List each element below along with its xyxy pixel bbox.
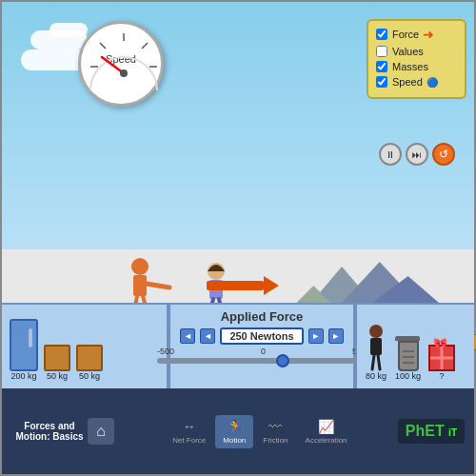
force-decrease-small-button[interactable]: ◄ (200, 328, 215, 344)
person-figure-svg[interactable] (365, 324, 387, 371)
person-mass-label: 80 kg (366, 371, 387, 381)
slider-labels: -500 0 500 (157, 347, 367, 356)
svg-point-20 (369, 325, 383, 338)
slider-zero-label: 0 (261, 347, 266, 356)
force-control-row: Force ➜ (376, 27, 457, 42)
force-label: Force (392, 29, 419, 40)
net-force-icon: ↔ (183, 419, 196, 434)
force-increase-large-button[interactable]: ► (328, 328, 344, 344)
box2-item[interactable]: 50 kg (76, 345, 103, 381)
force-slider-container: -500 0 500 (157, 347, 367, 364)
speed-ctrl-label: Speed (392, 76, 423, 88)
step-button[interactable]: ⏭ (406, 143, 428, 166)
person-item[interactable]: 80 kg (365, 324, 387, 381)
nav-title: Forces and Motion: Basics (11, 421, 88, 442)
speedometer: Speed (78, 21, 164, 107)
gift-label: ? (440, 371, 445, 381)
force-controls-panel: Applied Force ◄ ◄ 250 Newtons ► ► -500 0… (169, 303, 355, 388)
values-label: Values (392, 46, 424, 57)
app-container: Speed Force ➜ Values Masses (0, 0, 476, 476)
fridge-mass-label: 200 kg (10, 371, 36, 381)
home-button[interactable]: ⌂ (88, 418, 114, 445)
fridge-item[interactable]: 200 kg (10, 319, 38, 381)
tab-friction-label: Friction (263, 436, 288, 445)
force-checkbox[interactable] (376, 29, 387, 40)
trash-mass-label: 100 kg (395, 371, 421, 381)
tab-friction[interactable]: 〰 Friction (255, 415, 295, 448)
masses-control-row: Masses (376, 61, 457, 72)
box1-item[interactable]: 50 kg (44, 345, 70, 381)
speed-checkbox[interactable] (376, 76, 387, 88)
force-value-display: 250 Newtons (220, 327, 303, 345)
trash-item[interactable]: 100 kg (395, 336, 421, 381)
svg-line-13 (147, 284, 169, 288)
tab-acceleration[interactable]: 📈 Acceleration (298, 415, 355, 448)
gift-bow: 🎀 (433, 337, 447, 350)
svg-rect-12 (133, 275, 147, 296)
trash-line-1 (403, 350, 414, 352)
slider-min-label: -500 (157, 347, 174, 356)
applied-force-title: Applied Force (221, 309, 304, 324)
tab-acceleration-label: Acceleration (306, 436, 347, 445)
bottom-navigation: Forces and Motion: Basics ⌂ ↔ Net Force … (2, 388, 474, 474)
phet-label: PhET (406, 423, 445, 439)
speedometer-ticks (81, 24, 167, 109)
tab-motion-label: Motion (223, 436, 246, 445)
values-control-row: Values (376, 46, 457, 57)
acceleration-icon: 📈 (318, 419, 334, 434)
force-decrease-large-button[interactable]: ◄ (180, 328, 195, 344)
svg-line-22 (372, 355, 374, 369)
nav-tabs: ↔ Net Force 🏃 Motion 〰 Friction 📈 Accele… (122, 415, 398, 448)
svg-point-11 (131, 258, 149, 275)
reset-button[interactable]: ↺ (432, 143, 455, 166)
friction-icon: 〰 (268, 419, 282, 434)
box1-object[interactable] (44, 345, 70, 371)
box1-mass-label: 50 kg (47, 371, 68, 381)
gift-wrapper: 🎀 (428, 345, 455, 371)
svg-line-23 (378, 355, 380, 369)
fridge-object[interactable] (10, 319, 38, 371)
home-icon: ⌂ (96, 423, 106, 440)
tab-net-force[interactable]: ↔ Net Force (165, 415, 213, 448)
svg-line-7 (142, 43, 148, 49)
force-arrow-line (207, 281, 264, 290)
controls-panel: Force ➜ Values Masses Speed 🔵 (367, 19, 466, 99)
masses-checkbox[interactable] (376, 61, 387, 72)
gift-ribbon-h (430, 357, 453, 360)
phet-superscript: iT (448, 427, 457, 438)
left-objects-panel: 200 kg 50 kg 50 kg (2, 303, 169, 388)
box2-mass-label: 50 kg (79, 371, 100, 381)
box2-object[interactable] (76, 345, 103, 371)
playback-controls: ⏸ ⏭ ↺ (379, 143, 455, 166)
values-checkbox[interactable] (376, 46, 387, 57)
force-arrow-visual (207, 276, 279, 295)
trash-can[interactable] (398, 341, 419, 371)
svg-point-10 (120, 69, 128, 77)
svg-rect-21 (370, 338, 382, 355)
speed-icon: 🔵 (426, 77, 438, 88)
right-objects-panel: 80 kg 100 kg 🎀 ? (355, 303, 474, 388)
tab-net-force-label: Net Force (172, 436, 206, 445)
force-arrow-head (264, 276, 279, 295)
force-increase-small-button[interactable]: ► (308, 328, 324, 344)
phet-logo: PhET iT (398, 419, 465, 444)
tab-motion[interactable]: 🏃 Motion (215, 415, 253, 448)
force-slider-track[interactable] (157, 358, 367, 364)
motion-icon: 🏃 (227, 419, 243, 434)
trash-line-3 (403, 362, 414, 364)
force-arrow-icon: ➜ (423, 27, 434, 42)
trash-line-2 (403, 356, 414, 358)
force-slider-row: ◄ ◄ 250 Newtons ► ► (180, 327, 343, 345)
force-slider-thumb[interactable] (276, 354, 289, 367)
speed-control-row: Speed 🔵 (376, 76, 457, 88)
svg-line-5 (100, 43, 106, 49)
pause-button[interactable]: ⏸ (379, 143, 402, 166)
masses-label: Masses (392, 61, 428, 72)
gift-item[interactable]: 🎀 ? (428, 345, 455, 381)
